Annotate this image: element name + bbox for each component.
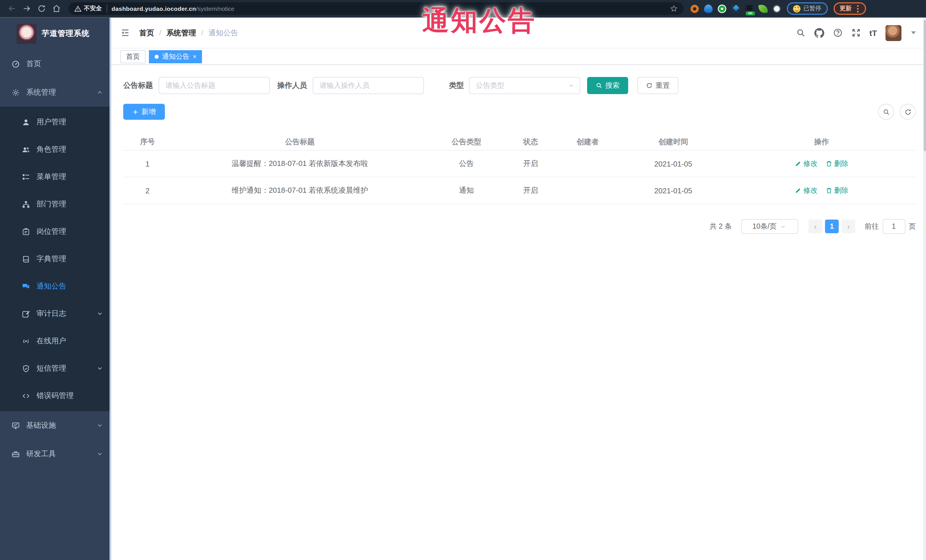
browser-reload-icon[interactable] <box>34 2 49 15</box>
delete-row-button[interactable]: 删除 <box>826 159 849 169</box>
sidebar-item-system[interactable]: 系统管理 <box>0 78 111 107</box>
notice-table: 序号 公告标题 公告类型 状态 创建者 创建时间 操作 1 温馨提醒：2018-… <box>123 133 916 204</box>
extension-green-leaf-icon[interactable] <box>758 4 768 14</box>
add-button[interactable]: 新增 <box>123 104 165 120</box>
search-icon <box>882 108 890 115</box>
trash-icon <box>826 160 832 167</box>
type-filter-select[interactable]: 公告类型 <box>469 77 580 94</box>
sidebar-item-dicts[interactable]: 字典管理 <box>0 245 111 273</box>
search-button[interactable]: 搜索 <box>587 77 628 94</box>
breadcrumb-current: 通知公告 <box>196 28 238 38</box>
chevron-down-icon <box>97 310 103 317</box>
edit-row-button[interactable]: 修改 <box>795 186 818 195</box>
paused-label: 已暂停 <box>803 5 821 12</box>
page-number-button[interactable]: 1 <box>825 220 839 233</box>
notice-page: 公告标题 操作人员 类型 公告类型 搜索 重置 <box>111 65 926 560</box>
user-icon <box>22 118 30 126</box>
breadcrumb-system[interactable]: 系统管理 <box>154 28 196 38</box>
browser-menu-icon[interactable] <box>857 8 858 9</box>
plus-icon <box>132 109 139 115</box>
extension-orange-ring-icon[interactable] <box>690 4 699 13</box>
sidebar-item-posts[interactable]: 岗位管理 <box>0 218 111 245</box>
tab-notices[interactable]: 通知公告 × <box>149 50 202 63</box>
next-page-button[interactable]: › <box>841 220 855 233</box>
scrollbar-thumb[interactable] <box>923 20 926 151</box>
extension-green-circle-icon[interactable] <box>718 4 726 13</box>
sidebar-item-departments[interactable]: 部门管理 <box>0 190 111 218</box>
table-header-row: 序号 公告标题 公告类型 状态 创建者 创建时间 操作 <box>123 133 916 151</box>
address-bar[interactable]: 不安全 dashboard.yudao.iocoder.cn /system/n… <box>68 2 684 15</box>
extension-blue-diamond-icon[interactable] <box>731 4 740 13</box>
browser-back-icon[interactable] <box>5 2 20 15</box>
refresh-table-button[interactable] <box>900 104 916 120</box>
user-avatar[interactable] <box>885 25 902 41</box>
page-suffix-label: 页 <box>909 222 916 231</box>
dashboard-icon <box>11 60 20 68</box>
page-scrollbar[interactable] <box>923 18 926 560</box>
browser-forward-icon[interactable] <box>20 2 34 15</box>
edit-row-button[interactable]: 修改 <box>795 159 818 169</box>
org-chart-icon <box>22 200 30 208</box>
sidebar-item-roles[interactable]: 角色管理 <box>0 136 111 163</box>
extension-blue-pin-icon[interactable] <box>704 4 713 13</box>
close-tab-icon[interactable]: × <box>193 53 197 60</box>
page-size-select[interactable]: 10条/页 <box>741 219 798 234</box>
prev-page-button[interactable]: ‹ <box>808 220 822 233</box>
col-header-creator: 创建者 <box>556 137 619 147</box>
collapse-sidebar-icon[interactable] <box>120 28 130 38</box>
paused-status-chip[interactable]: 已暂停 <box>787 2 828 15</box>
sidebar-item-notices[interactable]: 通知公告 <box>0 273 111 300</box>
sidebar-item-error-codes[interactable]: 错误码管理 <box>0 382 111 409</box>
sidebar-menu: 首页 系统管理 用户管理 角色管理 <box>0 50 111 468</box>
table-row[interactable]: 2 维护通知：2018-07-01 若依系统凌晨维护 通知 开启 2021-01… <box>123 177 916 204</box>
sidebar-item-infrastructure[interactable]: 基础设施 <box>0 411 111 440</box>
breadcrumb-home[interactable]: 首页 <box>139 28 154 38</box>
app-title: 芋道管理系统 <box>42 29 89 39</box>
extension-puzzle-icon[interactable] <box>773 4 781 13</box>
delete-row-button[interactable]: 删除 <box>826 186 849 195</box>
sidebar-item-menus[interactable]: 菜单管理 <box>0 163 111 190</box>
sidebar-item-online-users[interactable]: 在线用户 <box>0 328 111 355</box>
monitor-chart-icon <box>11 421 20 430</box>
goto-page-input[interactable] <box>882 219 905 234</box>
header-search-icon[interactable] <box>796 28 806 38</box>
sidebar-item-sms[interactable]: 短信管理 <box>0 355 111 382</box>
filter-form: 公告标题 操作人员 类型 公告类型 搜索 重置 <box>123 77 916 94</box>
cell-no: 1 <box>123 159 172 168</box>
sidebar-item-users[interactable]: 用户管理 <box>0 108 111 136</box>
sidebar-item-home[interactable]: 首页 <box>0 50 111 78</box>
app-logo-row[interactable]: 芋道管理系统 <box>0 18 111 50</box>
cell-type: 公告 <box>428 158 505 169</box>
avatar-caret-down-icon[interactable] <box>911 32 916 34</box>
show-search-toggle-button[interactable] <box>878 104 894 120</box>
update-label: 更新 <box>840 5 852 12</box>
extensions-row <box>690 4 781 13</box>
sidebar: 芋道管理系统 首页 系统管理 用户管理 <box>0 18 111 560</box>
chevron-down-icon <box>97 450 103 457</box>
security-label[interactable]: 不安全 <box>84 5 107 12</box>
bookmark-star-icon[interactable] <box>670 5 678 12</box>
browser-home-icon[interactable] <box>49 2 64 15</box>
cell-time: 2021-01-05 <box>619 159 728 168</box>
refresh-icon <box>646 82 653 89</box>
github-icon[interactable] <box>814 28 825 38</box>
sidebar-item-audit-log[interactable]: 审计日志 <box>0 300 111 328</box>
font-size-icon[interactable]: tT <box>870 28 877 37</box>
browser-update-button[interactable]: 更新 <box>833 2 866 15</box>
help-icon[interactable] <box>833 28 843 38</box>
book-icon <box>22 255 30 263</box>
title-filter-input[interactable] <box>159 77 270 94</box>
col-header-no: 序号 <box>123 137 172 147</box>
users-icon <box>22 145 30 154</box>
reset-button[interactable]: 重置 <box>637 77 678 94</box>
fullscreen-icon[interactable] <box>851 28 861 38</box>
url-host: dashboard.yudao.iocoder.cn <box>112 5 196 12</box>
sidebar-item-dev-tools[interactable]: 研发工具 <box>0 440 111 468</box>
cell-no: 2 <box>123 186 172 195</box>
operator-filter-input[interactable] <box>313 77 424 94</box>
chevron-down-icon <box>97 422 103 429</box>
table-row[interactable]: 1 温馨提醒：2018-07-01 若依新版本发布啦 公告 开启 2021-01… <box>123 151 916 177</box>
annotation-overlay-title: 通知公告 <box>422 3 536 39</box>
extension-database-on-icon[interactable] <box>745 4 754 13</box>
tab-home[interactable]: 首页 <box>120 50 145 63</box>
